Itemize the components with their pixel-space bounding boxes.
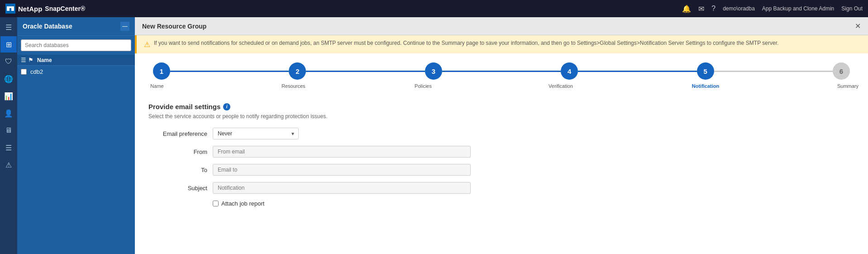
email-preference-row: Email preference Never On Failure On Fai… [148,128,854,139]
step-2-circle[interactable]: 2 [289,62,306,80]
attach-report-checkbox[interactable] [213,201,219,206]
attach-report-label: Attach job report [221,200,264,207]
brand-name: NetApp [18,5,42,13]
warning-message: If you want to send notifications for sc… [154,40,778,46]
sidebar-item-settings[interactable]: ☰ [0,139,17,156]
step-1-label: Name [150,83,163,89]
sidebar-item-topology[interactable]: 🌐 [0,71,17,87]
connector-2-3 [306,71,424,72]
to-input[interactable] [213,164,471,176]
step-5-label: Notification [692,83,720,89]
close-button[interactable]: ✕ [855,22,861,30]
header-icons: ☰ ⚑ [21,57,33,63]
step-6-label: Summary [837,83,858,89]
info-icon[interactable]: i [223,103,230,110]
step-5-circle[interactable]: 5 [697,62,714,80]
sidebar-item-menu[interactable]: ☰ [0,19,17,35]
connector-3-4 [442,71,561,72]
step-2-label: Resources [281,83,305,89]
db-panel-header: Oracle Database — [17,17,135,36]
step-6-circle[interactable]: 6 [833,62,850,80]
attach-report-row: Attach job report [213,200,854,207]
product-name: SnapCenter® [45,5,85,12]
top-nav-actions: 🔔 ✉ ? demo\oradba App Backup and Clone A… [682,5,863,13]
subject-row: Subject [148,182,854,194]
signout-button[interactable]: Sign Out [841,5,863,12]
name-column-header: Name [37,57,52,63]
section-title-text: Provide email settings [148,103,220,110]
step-1-circle[interactable]: 1 [153,62,170,80]
dialog-header: New Resource Group ✕ [135,17,868,35]
main-layout: ☰ ⊞ 🛡 🌐 📊 👤 🖥 ☰ ⚠ Oracle Database — ☰ ⚑ … [0,17,868,254]
to-row: To [148,164,854,176]
table-row[interactable]: cdb2 [17,66,135,78]
netapp-logo: NetApp SnapCenter® [5,4,85,14]
flag-icon[interactable]: ⚑ [28,57,33,63]
help-icon[interactable]: ? [711,5,715,13]
from-label: From [148,149,207,155]
step-3-circle[interactable]: 3 [425,62,442,80]
email-preference-select-wrapper: Never On Failure On Failure or Warning A… [213,128,299,139]
sidebar-item-users[interactable]: 👤 [0,105,17,121]
form-subtitle: Select the service accounts or people to… [148,113,854,120]
collapse-button[interactable]: — [120,22,129,31]
db-name: cdb2 [30,68,43,75]
svg-rect-3 [7,6,14,8]
top-navigation: NetApp SnapCenter® 🔔 ✉ ? demo\oradba App… [0,0,868,17]
sidebar-item-dashboard[interactable]: ⊞ [0,36,17,53]
connector-1-2 [170,71,289,72]
from-input[interactable] [213,146,471,158]
sidebar-item-hosts[interactable]: 🖥 [0,122,17,139]
subject-input[interactable] [213,182,471,194]
from-row: From [148,146,854,158]
wizard-steps: 1 2 3 4 [135,53,868,94]
icon-sidebar: ☰ ⊞ 🛡 🌐 📊 👤 🖥 ☰ ⚠ [0,17,17,254]
sidebar-item-protection[interactable]: 🛡 [0,53,17,70]
search-input[interactable] [21,39,131,51]
db-panel-title: Oracle Database [23,23,72,30]
list-icon[interactable]: ☰ [21,57,26,63]
user-label[interactable]: demo\oradba [723,5,755,12]
mail-icon[interactable]: ✉ [698,5,704,13]
warning-banner: ⚠ If you want to send notifications for … [135,35,868,53]
form-area: Provide email settings i Select the serv… [135,94,868,216]
sidebar-item-alerts[interactable]: ⚠ [0,157,17,173]
sidebar-item-reports[interactable]: 📊 [0,88,17,104]
connector-4-5 [578,71,696,72]
step-4-label: Verification [548,83,573,89]
warning-icon: ⚠ [144,40,150,49]
content-area: New Resource Group ✕ ⚠ If you want to se… [135,17,868,254]
email-preference-label: Email preference [148,130,207,137]
db-panel: Oracle Database — ☰ ⚑ Name cdb2 [17,17,135,254]
db-search-area [17,36,135,55]
brand-area: NetApp SnapCenter® [5,4,85,14]
db-table-header: ☰ ⚑ Name [17,55,135,66]
bell-icon[interactable]: 🔔 [682,5,691,13]
step-3-label: Policies [415,83,432,89]
app-role-label: App Backup and Clone Admin [762,5,834,12]
to-label: To [148,167,207,173]
dialog-title: New Resource Group [142,23,206,30]
email-preference-select[interactable]: Never On Failure On Failure or Warning A… [213,128,299,139]
connector-5-6 [714,71,833,72]
step-4-circle[interactable]: 4 [561,62,578,80]
logo-icon [5,4,15,14]
row-checkbox[interactable] [21,69,27,75]
subject-label: Subject [148,185,207,192]
form-section-title: Provide email settings i [148,103,854,110]
